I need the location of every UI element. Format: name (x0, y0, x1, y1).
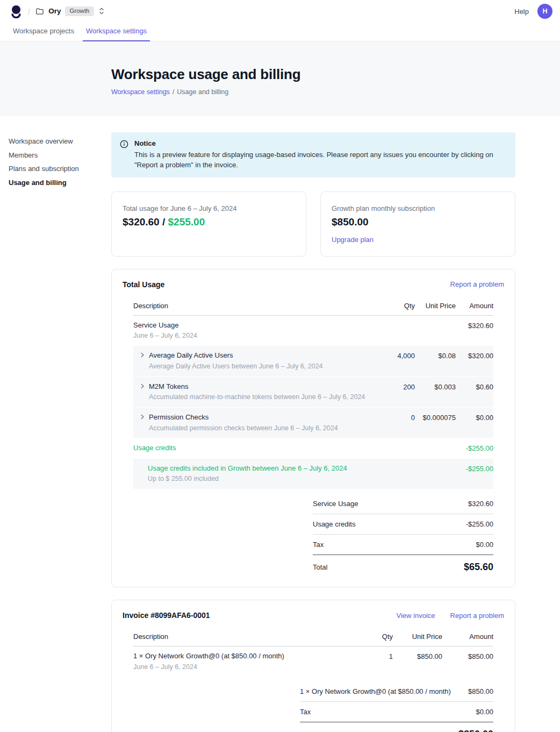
usage-summary: Service Usage $320.60 Usage credits -$25… (313, 494, 493, 573)
table-row-permission-checks: Permission Checks Accumulated permission… (133, 408, 493, 438)
row-unit-price (415, 321, 456, 321)
breadcrumb-separator: / (173, 88, 174, 96)
row-amount: -$255.00 (456, 443, 493, 453)
row-unit-price: $850.00 (393, 651, 442, 662)
page-header: Workspace usage and billing Workspace se… (0, 41, 560, 116)
folder-icon (35, 7, 44, 16)
table-row-service-usage: Service Usage June 6 – July 6, 2024 $320… (133, 316, 493, 346)
tab-workspace-settings[interactable]: Workspace settings (83, 23, 150, 41)
row-unit-price: $0.08 (415, 351, 456, 361)
expand-chevron-icon[interactable] (139, 382, 146, 402)
report-problem-link[interactable]: Report a problem (450, 612, 504, 620)
settings-sidebar: Workspace overview Members Plans and sub… (9, 134, 103, 189)
view-invoice-link[interactable]: View invoice (397, 612, 435, 620)
row-unit-price: $0.000075 (415, 413, 456, 423)
summary-label: Tax (300, 708, 311, 716)
summary-value: $320.60 (468, 500, 493, 508)
summary-row-service-usage: Service Usage $320.60 (313, 494, 493, 514)
summary-total-value: $65.60 (464, 562, 493, 573)
total-usage-amount: $320.60 / $255.00 (123, 216, 295, 228)
row-qty: 200 (367, 382, 415, 392)
row-amount: $0.00 (456, 413, 493, 423)
row-qty (367, 321, 415, 321)
row-amount: $0.60 (456, 382, 493, 392)
expand-chevron-icon[interactable] (139, 351, 146, 371)
usage-table-header: Description Qty Unit Price Amount (133, 296, 493, 316)
preview-notice: Notice This is a preview feature for dis… (111, 132, 515, 177)
row-unit-price (415, 443, 456, 444)
summary-label: 1 × Ory Network Growth@0 (at $850.00 / m… (300, 687, 451, 695)
row-title: Usage credits included in Growth between… (148, 464, 347, 473)
user-avatar[interactable]: H (537, 4, 552, 19)
table-row-m2m-tokens: M2M Tokens Accumulated machine-to-machin… (133, 377, 493, 408)
summary-value: $850.00 (468, 687, 493, 695)
row-qty: 0 (367, 413, 415, 423)
summary-total-value: $850.00 (458, 729, 493, 732)
info-icon (120, 140, 128, 170)
tab-workspace-projects[interactable]: Workspace projects (10, 23, 77, 41)
col-qty: Qty (344, 632, 393, 641)
total-usage-card: Total usage for June 6 – July 6, 2024 $3… (111, 191, 306, 257)
plan-amount: $850.00 (332, 216, 504, 228)
invoice-panel: Invoice #8099AFA6-0001 View invoice Repo… (111, 600, 515, 732)
breadcrumb-link-workspace-settings[interactable]: Workspace settings (111, 88, 170, 96)
table-row-usage-credits-detail: Usage credits included in Growth between… (133, 459, 493, 489)
row-amount: $850.00 (442, 651, 493, 662)
col-description: Description (133, 632, 344, 641)
row-title: M2M Tokens (149, 382, 365, 392)
selector-chevrons-icon[interactable] (98, 7, 105, 15)
report-problem-link[interactable]: Report a problem (450, 280, 504, 288)
invoice-table: Description Qty Unit Price Amount 1 × Or… (133, 627, 493, 732)
col-amount: Amount (442, 632, 493, 641)
expand-chevron-icon[interactable] (139, 413, 146, 432)
row-amount: -$255.00 (456, 464, 493, 474)
upgrade-plan-link[interactable]: Upgrade plan (332, 236, 374, 244)
summary-row-tax: Tax $0.00 (313, 535, 493, 555)
summary-row-total: Total $850.00 (300, 722, 493, 732)
row-unit-price (415, 464, 456, 464)
plan-subscription-card: Growth plan monthly subscription $850.00… (320, 191, 515, 257)
breadcrumb-current: Usage and billing (177, 88, 228, 96)
col-description: Description (133, 302, 367, 310)
row-title: Service Usage (133, 321, 367, 330)
row-subtitle: Accumulated permission checks between Ju… (149, 424, 338, 433)
summary-value: $0.00 (476, 708, 493, 716)
workspace-name: Ory (48, 7, 61, 15)
usage-spent: $320.60 (123, 216, 160, 228)
row-unit-price: $0.003 (415, 382, 456, 392)
help-button[interactable]: Help (514, 8, 529, 16)
row-subtitle: Up to $ 255.00 included (148, 474, 347, 484)
row-title: Usage credits (133, 443, 367, 453)
col-qty: Qty (367, 302, 415, 310)
summary-label: Total (313, 563, 327, 571)
usage-panel-title: Total Usage (123, 280, 164, 289)
page-title: Workspace usage and billing (111, 66, 515, 83)
usage-table: Description Qty Unit Price Amount Servic… (133, 296, 493, 573)
row-amount: $320.60 (456, 321, 493, 331)
sidebar-item-plans-and-subscription[interactable]: Plans and subscription (9, 162, 103, 176)
row-title: Average Daily Active Users (149, 351, 323, 360)
row-qty: 1 (344, 651, 393, 662)
summary-row-usage-credits: Usage credits -$255.00 (313, 514, 493, 535)
workspace-selector[interactable]: Ory Growth (35, 6, 104, 17)
summary-value: $0.00 (476, 541, 493, 549)
sidebar-item-workspace-overview[interactable]: Workspace overview (9, 134, 103, 148)
col-unit-price: Unit Price (415, 302, 456, 310)
usage-separator: / (160, 216, 168, 228)
workspace-tabbar: Workspace projects Workspace settings (0, 23, 560, 41)
sidebar-item-usage-and-billing[interactable]: Usage and billing (9, 176, 103, 190)
invoice-summary: 1 × Ory Network Growth@0 (at $850.00 / m… (300, 681, 493, 732)
plan-badge: Growth (65, 6, 94, 17)
ory-logo-icon[interactable] (10, 4, 23, 18)
notice-body: This is a preview feature for displaying… (134, 150, 505, 170)
row-qty (367, 443, 415, 444)
row-subtitle: Accumulated machine-to-machine tokens be… (149, 393, 365, 402)
usage-credit-limit: $255.00 (168, 216, 205, 228)
row-subtitle: Average Daily Active Users between June … (149, 362, 323, 371)
breadcrumb: Workspace settings / Usage and billing (111, 88, 515, 96)
row-qty: 4,000 (367, 351, 415, 361)
breadcrumb-separator: / (28, 7, 30, 16)
summary-value: -$255.00 (466, 520, 493, 528)
sidebar-item-members[interactable]: Members (9, 148, 103, 162)
summary-row-total: Total $65.60 (313, 555, 493, 573)
